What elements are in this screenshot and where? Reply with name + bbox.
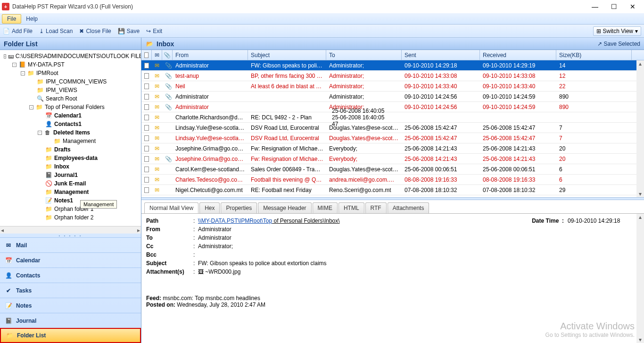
tree-item[interactable]: 📁IPM_COMMON_VIEWS bbox=[1, 77, 140, 86]
nav-tasks[interactable]: ✔Tasks bbox=[0, 283, 141, 298]
horizontal-scrollbar[interactable]: ◂▸ bbox=[0, 226, 141, 234]
save-selected-button[interactable]: ↗Save Selected bbox=[597, 41, 640, 47]
row-checkbox[interactable] bbox=[144, 125, 149, 131]
expand-toggle[interactable]: - bbox=[21, 71, 25, 75]
right-pane: 📂 Inbox ↗Save Selected ✉ 📎 From Subject … bbox=[141, 38, 644, 343]
cell-subject: Sales Order 006849 - Tradete... bbox=[248, 166, 326, 173]
message-row[interactable]: ✉📎Josephine.Grima@go.com.mtFw: Resignati… bbox=[141, 154, 644, 164]
splitter-grip[interactable]: • • • • • bbox=[0, 234, 141, 237]
column-subject[interactable]: Subject bbox=[248, 50, 326, 60]
row-checkbox[interactable] bbox=[144, 146, 149, 151]
path-link[interactable]: \\MY-DATA.PST\IPMRoot\Top bbox=[198, 218, 272, 224]
column-size[interactable]: Size(KB) bbox=[556, 50, 632, 60]
message-row[interactable]: ✉Nigel.Chetcuti@go.com.mtRE: Football ne… bbox=[141, 185, 644, 195]
row-checkbox[interactable] bbox=[144, 94, 149, 100]
row-checkbox[interactable] bbox=[144, 187, 149, 193]
row-checkbox[interactable] bbox=[144, 84, 149, 89]
column-checkbox[interactable] bbox=[141, 50, 152, 60]
message-row[interactable]: ✉Charles.Tedesco@go.com.mtFootball this … bbox=[141, 175, 644, 185]
folder-tree[interactable]: -🖴C:\USERS\ADMIN\DOCUMENTS\OUTLOOK FILES… bbox=[0, 50, 141, 226]
row-checkbox[interactable] bbox=[144, 73, 149, 79]
close-button[interactable]: ✕ bbox=[623, 0, 642, 13]
maximize-button[interactable]: ☐ bbox=[604, 0, 623, 13]
message-row[interactable]: ✉📎AdministratorFW: Gibson speaks to poli… bbox=[141, 60, 644, 71]
column-sent[interactable]: Sent bbox=[402, 50, 480, 60]
menu-file[interactable]: File bbox=[2, 14, 21, 24]
row-checkbox[interactable] bbox=[144, 104, 149, 110]
tree-item-label: IPM_VIEWS bbox=[46, 87, 77, 93]
tree-item[interactable]: 📁IPM_VIEWS bbox=[1, 86, 140, 94]
nav-contacts[interactable]: 👤Contacts bbox=[0, 268, 141, 283]
paperclip-icon: 📎 bbox=[165, 73, 173, 79]
tree-item[interactable]: -📁IPMRoot bbox=[1, 69, 140, 77]
close-file-button[interactable]: ✖Close File bbox=[79, 28, 111, 34]
tab-mime[interactable]: MIME bbox=[313, 202, 338, 213]
row-checkbox[interactable] bbox=[144, 63, 149, 68]
tab-attachments[interactable]: Attachments bbox=[388, 202, 429, 213]
tree-item[interactable]: 📝Notes1 bbox=[1, 196, 140, 205]
nav-folder-list[interactable]: 📁Folder List bbox=[0, 328, 141, 343]
message-row[interactable]: ✉Lindsay.Yule@ese-scotland.c...DSV Road … bbox=[141, 133, 644, 143]
column-to[interactable]: To bbox=[326, 50, 402, 60]
tree-item[interactable]: -📙MY-DATA.PST bbox=[1, 60, 140, 69]
row-checkbox[interactable] bbox=[144, 177, 149, 183]
tree-item[interactable]: -🗑Deleted Items bbox=[1, 128, 140, 137]
tree-item[interactable]: 📁Employees-data bbox=[1, 154, 140, 162]
column-attachment[interactable]: 📎 bbox=[162, 50, 173, 60]
switch-view-button[interactable]: ⊞Switch View▾ bbox=[593, 26, 641, 36]
nav-calendar[interactable]: 📅Calendar bbox=[0, 252, 141, 268]
tree-item[interactable]: 📁Management bbox=[1, 137, 140, 145]
message-grid[interactable]: ✉📎AdministratorFW: Gibson speaks to poli… bbox=[141, 60, 644, 197]
column-received[interactable]: Received bbox=[480, 50, 556, 60]
tree-item[interactable]: -🖴C:\USERS\ADMIN\DOCUMENTS\OUTLOOK FILES… bbox=[1, 52, 140, 60]
exit-button[interactable]: ↪Exit bbox=[146, 28, 162, 34]
message-row[interactable]: ✉Lindsay.Yule@ese-scotland.c...DSV Road … bbox=[141, 123, 644, 133]
column-from[interactable]: From bbox=[173, 50, 248, 60]
tab-normal-mail-view[interactable]: Normal Mail View bbox=[144, 202, 198, 214]
column-envelope[interactable]: ✉ bbox=[152, 50, 162, 60]
envelope-icon: ✉ bbox=[155, 73, 159, 79]
tree-item[interactable]: 👤Contacts1 bbox=[1, 120, 140, 128]
tree-item[interactable]: 📁Orphan folder 1 bbox=[1, 205, 140, 213]
detail-tabs: Normal Mail ViewHexPropertiesMessage Hea… bbox=[141, 200, 644, 213]
nav-notes[interactable]: 📝Notes bbox=[0, 298, 141, 313]
tab-properties[interactable]: Properties bbox=[221, 202, 257, 213]
tree-item[interactable]: -📁Top of Personal Folders bbox=[1, 103, 140, 111]
row-checkbox[interactable] bbox=[144, 167, 149, 172]
add-file-button[interactable]: 📄Add File bbox=[3, 28, 33, 34]
expand-toggle[interactable]: - bbox=[29, 105, 33, 109]
row-checkbox[interactable] bbox=[144, 135, 149, 141]
row-checkbox[interactable] bbox=[144, 156, 149, 162]
tree-item[interactable]: 🔍Search Root bbox=[1, 94, 140, 103]
expand-toggle[interactable]: - bbox=[38, 131, 42, 135]
tree-item[interactable]: 📁Drafts bbox=[1, 145, 140, 154]
message-row[interactable]: ✉📎AdministratorAdministrator;09-10-2010 … bbox=[141, 92, 644, 102]
tab-html[interactable]: HTML bbox=[339, 202, 364, 213]
cell-sent: 09-10-2010 14:29:18 bbox=[402, 62, 480, 69]
nav-journal[interactable]: 📓Journal bbox=[0, 313, 141, 328]
tree-item[interactable]: 📁Management bbox=[1, 188, 140, 196]
tab-rtf[interactable]: RTF bbox=[365, 202, 387, 213]
message-row[interactable]: ✉Carol.Kerr@ese-scotland.co.ukSales Orde… bbox=[141, 164, 644, 175]
message-row[interactable]: ✉Josephine.Grima@go.com.mtFw: Resignatio… bbox=[141, 143, 644, 154]
detail-scrollbar[interactable]: ▴▾ bbox=[636, 214, 644, 343]
expand-toggle[interactable]: - bbox=[12, 63, 17, 67]
tab-message-header[interactable]: Message Header bbox=[258, 202, 311, 213]
save-button[interactable]: 💾Save bbox=[118, 28, 140, 34]
tab-hex[interactable]: Hex bbox=[199, 202, 220, 213]
message-row[interactable]: ✉Charlotte.Richardson@dexio...RE: DCL 94… bbox=[141, 112, 644, 123]
tree-item[interactable]: 📁Inbox bbox=[1, 162, 140, 171]
tree-item[interactable]: 📓Journal1 bbox=[1, 171, 140, 179]
expand-toggle[interactable]: - bbox=[4, 54, 6, 59]
row-checkbox[interactable] bbox=[144, 115, 149, 120]
message-row[interactable]: ✉📎NeilAt least 6 dead in blast at Ch...A… bbox=[141, 81, 644, 92]
tree-item[interactable]: 🚫Junk E-mail bbox=[1, 179, 140, 188]
nav-mail[interactable]: ✉Mail bbox=[0, 237, 141, 252]
message-row[interactable]: ✉📎test-anupBP, other firms facing 300 la… bbox=[141, 71, 644, 81]
menu-help[interactable]: Help bbox=[21, 15, 42, 23]
load-scan-button[interactable]: ⤓Load Scan bbox=[39, 28, 73, 34]
minimize-button[interactable]: — bbox=[586, 0, 604, 13]
tree-item[interactable]: 📁Orphan folder 2 bbox=[1, 213, 140, 222]
tree-item[interactable]: 📅Calendar1 bbox=[1, 111, 140, 120]
vertical-scrollbar[interactable]: ▴▾ bbox=[636, 60, 644, 197]
